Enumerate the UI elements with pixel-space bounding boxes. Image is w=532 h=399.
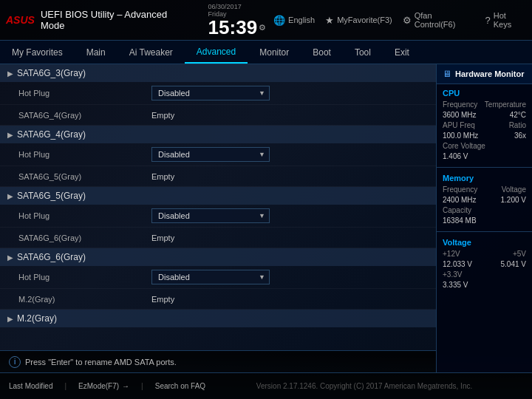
arrow-icon-sata4: ▶ (7, 131, 13, 139)
hw-mem-freq-label: Frequency (443, 185, 477, 194)
hw-cpu-temp-value: 42°C (510, 111, 526, 119)
hotplug-select-sata4[interactable]: Disabled Enabled (151, 147, 270, 162)
info-text: Press "Enter" to rename AMD SATA ports. (25, 358, 177, 366)
hw-apu-val-row: 100.0 MHz 36x (443, 132, 526, 140)
info-bar: i Press "Enter" to rename AMD SATA ports… (0, 350, 436, 372)
nav-boot[interactable]: Boot (301, 41, 343, 64)
setting-hotplug-sata6: Hot Plug Disabled Enabled (0, 266, 436, 289)
group-sata6-label: SATA6G_6(Gray) (17, 252, 86, 262)
hotplug-select-sata3[interactable]: Disabled Enabled (151, 86, 270, 100)
hw-v5-label: +5V (513, 250, 526, 258)
sata6-subvalue: Empty (151, 233, 174, 242)
ezmode-btn[interactable]: EzMode(F7) → (78, 382, 129, 390)
hw-v33-label: +3.3V (443, 270, 462, 279)
hotplug-label-sata3: Hot Plug (18, 89, 137, 98)
hotkeys-btn[interactable]: ? Hot Keys (485, 11, 526, 29)
group-m2-header[interactable]: ▶ M.2(Gray) (0, 310, 436, 327)
hw-memory-title: Memory (443, 174, 526, 183)
hw-apu-row-labels: APU Freq Ratio (443, 121, 526, 129)
hw-divider-1 (437, 167, 532, 168)
language-selector[interactable]: 🌐 English (273, 15, 315, 26)
hw-core-voltage-value: 1.406 V (443, 152, 468, 160)
sata5-subvalue: Empty (151, 172, 174, 181)
hw-cpu-title: CPU (443, 89, 526, 98)
sata5-sublabel: SATA6G_5(Gray) (18, 172, 137, 181)
setting-hotplug-sata3: Hot Plug Disabled Enabled (0, 82, 436, 105)
hotplug-dropdown-wrapper-sata3: Disabled Enabled (137, 86, 270, 100)
date-time-block: 06/30/2017 Friday 15:39 ⚙ (208, 3, 267, 37)
asus-logo: ASUS (6, 14, 35, 26)
hw-mem-cap-label: Capacity (443, 206, 471, 214)
setting-sata5-label-row: SATA6G_5(Gray) Empty (0, 166, 436, 187)
favorites-label: MyFavorite(F3) (337, 16, 392, 24)
nav-ai-tweaker[interactable]: Ai Tweaker (117, 41, 185, 64)
hw-monitor-header: 🖥 Hardware Monitor (437, 64, 532, 84)
hw-divider-2 (437, 231, 532, 232)
hw-cpu-temp-label: Temperature (485, 100, 526, 109)
qfan-label: Qfan Control(F6) (415, 11, 475, 29)
hotplug-label-sata6: Hot Plug (18, 273, 137, 282)
hw-voltage-section: Voltage +12V +5V 12.033 V 5.041 V +3.3V … (437, 233, 532, 294)
hw-v12-label: +12V (443, 250, 460, 258)
hw-cpu-section: CPU Frequency Temperature 3600 MHz 42°C … (437, 84, 532, 166)
hw-cpu-freq-label: Frequency (443, 100, 477, 109)
group-sata6-header[interactable]: ▶ SATA6G_6(Gray) (0, 248, 436, 266)
nav-exit[interactable]: Exit (383, 41, 421, 64)
nav-monitor[interactable]: Monitor (248, 41, 301, 64)
footer-divider-2: | (141, 382, 143, 390)
language-label: English (288, 16, 315, 24)
hw-mem-freq-value: 2400 MHz (443, 196, 477, 204)
hotplug-dropdown-wrapper-sata6: Disabled Enabled (137, 270, 270, 284)
nav-advanced[interactable]: Advanced (185, 41, 248, 64)
search-faq-btn[interactable]: Search on FAQ (155, 382, 205, 390)
qfan-btn[interactable]: ⚙ Qfan Control(F6) (403, 11, 475, 29)
setting-m2-label-row: M.2(Gray) Empty (0, 289, 436, 310)
footer-actions: Last Modified | EzMode(F7) → | Search on… (9, 382, 205, 390)
last-modified-btn[interactable]: Last Modified (9, 382, 52, 390)
main-area: ▶ SATA6G_3(Gray) Hot Plug Disabled Enabl… (0, 64, 532, 372)
arrow-icon-m2: ▶ (7, 315, 13, 323)
group-sata4-label: SATA6G_4(Gray) (17, 129, 86, 140)
hw-cpu-freq-row: Frequency Temperature (443, 100, 526, 109)
language-icon: 🌐 (273, 15, 285, 26)
hotplug-select-sata6[interactable]: Disabled Enabled (151, 270, 270, 284)
arrow-icon-sata6: ▶ (7, 253, 13, 262)
hw-ratio-label: Ratio (509, 121, 526, 129)
nav-tool[interactable]: Tool (343, 41, 383, 64)
hw-v12-label-row: +12V +5V (443, 250, 526, 258)
nav-my-favorites[interactable]: My Favorites (0, 41, 75, 64)
time-display: 15:39 (208, 18, 258, 37)
nav-bar: My Favorites Main Ai Tweaker Advanced Mo… (0, 41, 532, 64)
settings-icon[interactable]: ⚙ (259, 23, 266, 33)
hw-mem-freq-label-row: Frequency Voltage (443, 185, 526, 194)
date-display: 06/30/2017 (208, 3, 267, 10)
nav-main[interactable]: Main (75, 41, 117, 64)
favorites-icon: ★ (325, 15, 334, 26)
top-bar: ASUS UEFI BIOS Utility – Advanced Mode 0… (0, 0, 532, 41)
hw-v33-label-row: +3.3V (443, 270, 526, 279)
my-favorites-btn[interactable]: ★ MyFavorite(F3) (325, 15, 392, 26)
group-sata3-header[interactable]: ▶ SATA6G_3(Gray) (0, 64, 436, 82)
hw-v12-value: 12.033 V (443, 260, 472, 268)
group-sata5-label: SATA6G_5(Gray) (17, 191, 86, 201)
hw-mem-volt-value: 1.200 V (501, 196, 526, 204)
group-sata5-header[interactable]: ▶ SATA6G_5(Gray) (0, 187, 436, 205)
sata6-sublabel: SATA6G_6(Gray) (18, 233, 137, 242)
footer-divider-1: | (64, 382, 66, 390)
hw-mem-cap-value: 16384 MB (443, 216, 477, 225)
hw-mem-volt-label: Voltage (502, 185, 526, 194)
info-icon: i (9, 356, 21, 368)
right-panel: 🖥 Hardware Monitor CPU Frequency Tempera… (436, 64, 532, 372)
bios-title: UEFI BIOS Utility – Advanced Mode (41, 9, 194, 31)
sata4-sublabel: SATA6G_4(Gray) (18, 111, 137, 120)
hw-mem-freq-val-row: 2400 MHz 1.200 V (443, 196, 526, 204)
hotplug-label-sata4: Hot Plug (18, 150, 137, 159)
m2-sublabel: M.2(Gray) (18, 295, 137, 304)
sata4-subvalue: Empty (151, 111, 174, 120)
hw-monitor-icon: 🖥 (443, 69, 451, 79)
hw-core-voltage-val-row: 1.406 V (443, 152, 526, 160)
hotkeys-label: Hot Keys (494, 11, 526, 29)
group-sata4-header[interactable]: ▶ SATA6G_4(Gray) (0, 126, 436, 143)
hotplug-select-sata5[interactable]: Disabled Enabled (151, 208, 270, 223)
setting-hotplug-sata4: Hot Plug Disabled Enabled (0, 143, 436, 166)
